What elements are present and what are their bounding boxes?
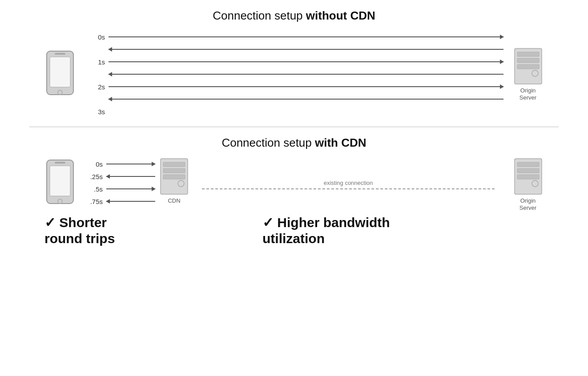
cdn-phone-icon (44, 158, 76, 208)
top-section: Connection setup without CDN 0s (0, 0, 588, 122)
cdn-arrow-5s: .5s (87, 184, 155, 194)
arrow-1s-right (109, 61, 503, 62)
cdn-time-25s: .25s (87, 173, 103, 180)
svg-rect-15 (163, 168, 185, 173)
arrow-return1 (109, 49, 503, 50)
top-title-normal: Connection setup (213, 9, 306, 22)
cdn-origin-server-icon: OriginServer (512, 158, 544, 211)
time-2s: 2s (89, 83, 105, 91)
bottom-title-bold: with CDN (315, 136, 366, 149)
arrow-row-2s-right: 2s (89, 82, 503, 92)
cdn-time-75s: .75s (87, 198, 103, 205)
svg-rect-16 (163, 175, 185, 179)
svg-rect-7 (517, 64, 539, 69)
svg-rect-21 (517, 175, 539, 179)
bottom-title: Connection setup with CDN (222, 136, 366, 150)
benefit-bandwidth: ✓ Higher bandwidthutilization (262, 215, 544, 247)
cdn-time-5s: .5s (87, 185, 103, 193)
cdn-server-box: CDN (160, 158, 189, 204)
cdn-origin-server-label: OriginServer (520, 197, 536, 211)
section-divider (29, 127, 559, 127)
arrow-row-return2 (89, 69, 503, 79)
time-1s: 1s (89, 58, 105, 66)
svg-rect-10 (50, 166, 70, 196)
bottom-title-normal: Connection setup (222, 136, 315, 149)
arrow-return2 (109, 74, 503, 75)
top-title-bold: without CDN (306, 9, 375, 22)
arrow-2s-right (109, 86, 503, 87)
cdn-arrow-0s: 0s (87, 159, 155, 169)
phone-icon (44, 49, 76, 100)
svg-rect-19 (517, 162, 539, 167)
arrow-return3 (109, 99, 503, 100)
top-server-icon: OriginServer (512, 48, 544, 101)
arrow-row-return1 (89, 44, 503, 54)
arrow-row-0s-right: 0s (89, 32, 503, 42)
time-0s: 0s (89, 33, 105, 41)
benefit-shorter: ✓ Shorterround trips (44, 215, 262, 247)
cdn-label: CDN (168, 197, 180, 204)
cdn-arrow-right-0s (106, 164, 155, 164)
cdn-time-0s: 0s (87, 160, 103, 168)
svg-rect-5 (517, 52, 539, 56)
top-arrows-area: 0s 1s 2s (85, 31, 508, 118)
time-3s: 3s (89, 108, 105, 116)
cdn-arrow-left-25s (106, 176, 155, 177)
arrow-row-3s: 3s (89, 107, 503, 116)
bottom-section: Connection setup with CDN 0s .25s (0, 132, 588, 247)
svg-rect-6 (517, 58, 539, 63)
svg-rect-14 (163, 162, 185, 167)
arrow-row-return3 (89, 94, 503, 104)
top-diagram: 0s 1s 2s (18, 31, 570, 118)
svg-rect-11 (55, 162, 65, 164)
cdn-arrow-75s: .75s (87, 196, 155, 206)
arrow-row-1s-right: 1s (89, 57, 503, 67)
existing-connection-area: existing connection (189, 180, 508, 189)
cdn-arrow-right-5s (106, 188, 155, 189)
benefit-labels: ✓ Shorterround trips ✓ Higher bandwidthu… (18, 211, 570, 247)
cdn-arrow-25s: .25s (87, 172, 155, 181)
svg-rect-1 (50, 57, 70, 87)
top-title: Connection setup without CDN (213, 9, 375, 23)
cdn-arrow-left-75s (106, 201, 155, 202)
top-server-label: OriginServer (520, 87, 536, 101)
svg-rect-20 (517, 168, 539, 173)
cdn-short-arrows: 0s .25s .5s .75s (85, 158, 157, 208)
svg-rect-2 (55, 53, 65, 55)
dotted-line (202, 188, 495, 189)
existing-connection-label: existing connection (324, 180, 373, 186)
cdn-diagram: 0s .25s .5s .75s (18, 158, 570, 211)
arrow-0s-right (109, 36, 503, 37)
